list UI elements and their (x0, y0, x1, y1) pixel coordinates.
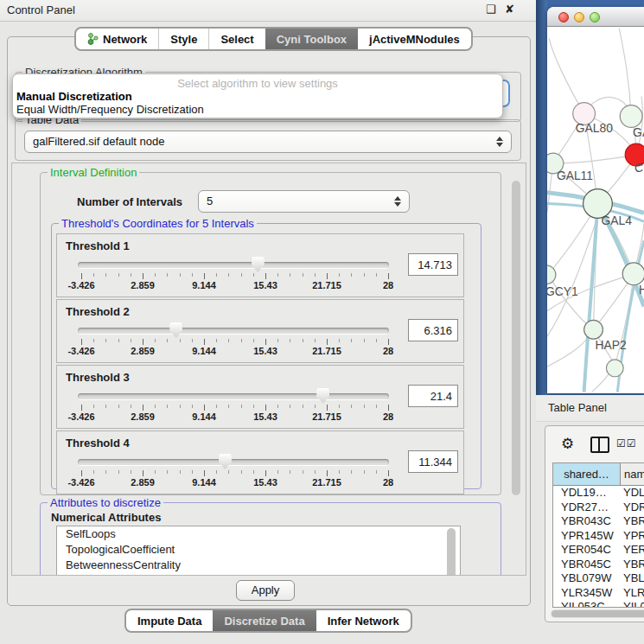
scrollbar-thumb[interactable] (552, 610, 644, 617)
threshold-1-value-field[interactable]: 14.713 (408, 253, 458, 276)
mac-minimize-icon[interactable] (574, 12, 584, 22)
cell-name[interactable]: YLR34 (620, 586, 644, 601)
threshold-3-slider-track[interactable] (78, 393, 389, 399)
network-canvas[interactable]: GAL80GACGAL11GAL4GCY1HHAP2 (547, 27, 644, 393)
tab-jactivemnodules[interactable]: jActiveMNodules (358, 29, 471, 49)
network-edge[interactable] (548, 275, 594, 329)
table-row[interactable]: YLR345WYLR34 (553, 586, 644, 601)
cell-shared-name[interactable]: YBR043C (553, 514, 620, 529)
threshold-3-value-field[interactable]: 21.4 (408, 385, 458, 407)
mac-zoom-icon[interactable] (590, 12, 600, 22)
table-row[interactable]: YDR27…YDR27 (553, 501, 644, 515)
table-header-row: shared… name (553, 463, 644, 486)
cell-name[interactable]: YBR04 (620, 558, 644, 572)
cell-name[interactable]: YBR04 (620, 514, 644, 529)
settings-vertical-scrollbar[interactable] (512, 181, 520, 495)
network-edge[interactable] (549, 38, 584, 113)
table-row[interactable]: YBL079WYBL07 (553, 571, 644, 586)
algorithm-option-manual[interactable]: Manual Discretization (16, 90, 132, 103)
threshold-4-slider-track[interactable] (78, 459, 389, 465)
slider-tick-label: 28 (383, 280, 393, 290)
tab-network[interactable]: Network (76, 29, 158, 49)
tab-jactivemnodules-label: jActiveMNodules (369, 33, 460, 46)
slider-tick-label: -3.426 (67, 280, 94, 290)
attribute-list-item[interactable]: SelfLoops (57, 526, 460, 542)
float-window-icon[interactable]: ❑ (486, 3, 496, 16)
network-node[interactable] (547, 265, 556, 284)
control-panel-title: Control Panel (7, 3, 75, 16)
slider-tick-labels: -3.4262.8599.14415.4321.71528 (81, 411, 390, 423)
tab-infer-network[interactable]: Infer Network (316, 610, 411, 631)
attribute-list-item[interactable]: BetweennessCentrality (57, 558, 460, 573)
column-header-shared-name[interactable]: shared… (553, 463, 621, 485)
tab-style[interactable]: Style (158, 29, 208, 49)
slider-tick-label: 21.715 (312, 280, 341, 290)
table-data-select[interactable]: galFiltered.sif default node (24, 131, 512, 153)
numerical-attributes-list[interactable]: SelfLoopsTopologicalCoefficientBetweenne… (56, 526, 461, 576)
cell-shared-name[interactable]: YDR27… (553, 501, 620, 515)
algorithm-option-equal-width[interactable]: Equal Width/Frequency Discretization (16, 103, 204, 116)
threshold-2-row: Threshold 2 -3.4262.8599.14415.4321.7152… (56, 299, 464, 363)
network-edge[interactable] (619, 28, 631, 116)
network-edge[interactable] (553, 155, 636, 163)
tab-impute-data[interactable]: Impute Data (126, 610, 213, 631)
cell-shared-name[interactable]: YLR345W (553, 586, 620, 601)
threshold-2-slider-track[interactable] (78, 328, 389, 334)
table-row[interactable]: YBR045CYBR04 (553, 558, 644, 572)
cell-shared-name[interactable]: YPR145W (553, 529, 620, 544)
table-horizontal-scrollbar[interactable] (551, 609, 644, 618)
mac-close-icon[interactable] (558, 12, 569, 22)
tab-discretize-data-label: Discretize Data (224, 615, 304, 628)
apply-button[interactable]: Apply (236, 580, 295, 601)
column-header-name[interactable]: name (621, 463, 644, 485)
tab-cyni-toolbox[interactable]: Cyni Toolbox (265, 29, 358, 49)
threshold-3-label: Threshold 3 (66, 371, 130, 384)
cell-shared-name[interactable]: YDL19… (553, 486, 620, 501)
threshold-4-slider-thumb[interactable] (219, 454, 232, 469)
slider-tick-label: 9.144 (192, 280, 216, 290)
cell-shared-name[interactable]: YBL079W (553, 571, 620, 586)
select-columns-icon[interactable]: ☑☑ (616, 437, 637, 450)
cell-shared-name[interactable]: YER054C (553, 543, 620, 558)
cell-shared-name[interactable]: YBR045C (553, 558, 620, 572)
list-vertical-scrollbar[interactable] (447, 528, 456, 576)
table-row[interactable]: YER054CYER05 (553, 543, 644, 558)
network-view-window: GAL80GACGAL11GAL4GCY1HHAP2 (547, 7, 644, 393)
table-data-group: Table Data galFiltered.sif default node (15, 119, 521, 161)
threshold-2-slider-thumb[interactable] (169, 322, 182, 338)
network-edge-thick[interactable] (584, 204, 598, 392)
threshold-1-slider-track[interactable] (78, 262, 389, 268)
network-node[interactable] (584, 320, 603, 339)
combo-stepper-icon (394, 196, 401, 207)
cell-shared-name[interactable]: YIL053C (553, 600, 620, 608)
threshold-4-value-field[interactable]: 11.344 (408, 450, 458, 473)
cell-name[interactable]: YPR14 (620, 529, 644, 544)
network-graph: GAL80GACGAL11GAL4GCY1HHAP2 (547, 27, 644, 393)
cell-name[interactable]: YBL07 (620, 571, 644, 586)
gear-icon[interactable]: ⚙ (561, 435, 574, 453)
number-of-intervals-select[interactable]: 5 (198, 190, 410, 213)
tab-discretize-data[interactable]: Discretize Data (213, 610, 316, 631)
table-row[interactable]: YBR043CYBR04 (553, 514, 644, 529)
split-columns-icon[interactable] (590, 437, 609, 453)
attribute-list-item[interactable]: TopologicalCoefficient (57, 542, 460, 558)
network-node[interactable] (620, 105, 642, 128)
threshold-1-slider-thumb[interactable] (252, 257, 265, 272)
numerical-attributes-label: Numerical Attributes (51, 511, 161, 524)
close-icon[interactable]: ✘ (505, 3, 514, 16)
cell-name[interactable]: YIL05 (620, 600, 644, 608)
table-row[interactable]: YPR145WYPR14 (553, 529, 644, 544)
slider-tick-labels: -3.4262.8599.14415.4321.71528 (81, 477, 390, 488)
application-window: Control Panel ❑ ✘ Discretization Algorit… (0, 0, 644, 644)
tab-select[interactable]: Select (208, 29, 265, 49)
table-row[interactable]: YDL19…YDL19 (553, 486, 644, 501)
table-row[interactable]: YIL053CYIL05 (553, 600, 644, 608)
attributes-group-label: Attributes to discretize (48, 496, 163, 509)
threshold-3-slider-thumb[interactable] (316, 388, 329, 404)
slider-ticks (81, 470, 390, 476)
network-node[interactable] (606, 360, 623, 377)
threshold-2-value-field[interactable]: 6.316 (408, 319, 458, 341)
cell-name[interactable]: YER05 (620, 543, 644, 558)
cell-name[interactable]: YDL19 (620, 486, 644, 501)
cell-name[interactable]: YDR27 (620, 501, 644, 515)
